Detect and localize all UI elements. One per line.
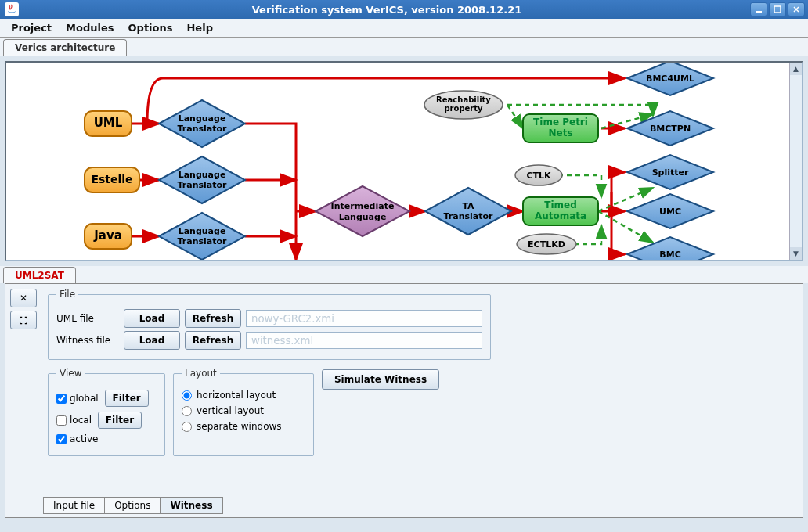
svg-text:Automata: Automata <box>535 210 586 221</box>
simulate-witness-button[interactable]: Simulate Witness <box>322 369 439 390</box>
titlebar: Verification system VerICS, version 2008… <box>0 0 808 19</box>
svg-rect-1 <box>774 6 781 13</box>
local-filter-button[interactable]: Filter <box>98 412 142 429</box>
sub-tabstrip: Input file Options Witness <box>43 497 223 514</box>
scroll-up-icon[interactable]: ▲ <box>790 63 802 75</box>
window-title: Verification system VerICS, version 2008… <box>23 4 750 16</box>
separate-radio[interactable] <box>182 422 192 432</box>
uml-load-button[interactable]: Load <box>124 309 180 328</box>
uml-file-label: UML file <box>56 313 119 324</box>
minimize-button[interactable] <box>750 2 767 16</box>
maximize-button[interactable] <box>769 2 786 16</box>
svg-text:Intermediate: Intermediate <box>331 201 395 211</box>
layout-fieldset: Layout horizontal layout vertical layout… <box>173 368 314 456</box>
file-legend: File <box>56 289 78 300</box>
architecture-diagram: UML Estelle Java LanguageTranslator Lang… <box>5 61 803 261</box>
svg-text:ECTLKD: ECTLKD <box>528 239 565 250</box>
uml-file-field[interactable] <box>246 310 482 327</box>
witness-load-button[interactable]: Load <box>124 331 180 350</box>
separate-radio-label[interactable]: separate windows <box>182 421 305 432</box>
svg-text:Language: Language <box>339 212 387 222</box>
menu-project[interactable]: Project <box>5 20 58 35</box>
svg-marker-14 <box>316 186 409 236</box>
global-checkbox-label[interactable]: global <box>56 393 99 404</box>
svg-text:CTLK: CTLK <box>526 171 551 181</box>
witness-file-label: Witness file <box>56 335 119 346</box>
svg-text:Language: Language <box>179 170 226 180</box>
menu-modules[interactable]: Modules <box>60 20 120 35</box>
uml-refresh-button[interactable]: Refresh <box>185 309 241 328</box>
bottom-tabstrip: UML2SAT <box>0 266 808 283</box>
menubar: Project Modules Options Help <box>0 19 808 38</box>
svg-text:Timed: Timed <box>544 200 577 210</box>
diagram-scrollbar[interactable]: ▲ ▼ <box>789 63 802 260</box>
svg-text:BMC: BMC <box>659 250 680 260</box>
expand-panel-button[interactable]: ⛶ <box>10 311 37 329</box>
svg-rect-0 <box>756 11 762 13</box>
svg-text:Translator: Translator <box>178 236 228 246</box>
svg-text:TA: TA <box>462 201 474 211</box>
subtab-input-file[interactable]: Input file <box>43 497 104 514</box>
svg-text:property: property <box>444 104 483 113</box>
node-estelle: Estelle <box>91 173 132 185</box>
svg-text:BMCTPN: BMCTPN <box>650 124 691 134</box>
file-fieldset: File UML file Load Refresh Witness file … <box>48 289 491 360</box>
tab-verics-architecture[interactable]: Verics architecture <box>3 39 127 56</box>
menu-options[interactable]: Options <box>122 20 179 35</box>
global-checkbox[interactable] <box>56 394 67 404</box>
svg-text:Time Petri: Time Petri <box>533 117 588 128</box>
java-icon <box>5 2 19 16</box>
svg-text:Nets: Nets <box>548 128 572 138</box>
global-filter-button[interactable]: Filter <box>105 390 149 407</box>
active-checkbox-label[interactable]: active <box>56 433 98 444</box>
svg-text:BMC4UML: BMC4UML <box>646 74 694 84</box>
svg-text:Translator: Translator <box>178 180 228 190</box>
node-java: Java <box>93 228 122 243</box>
svg-text:Splitter: Splitter <box>652 167 689 178</box>
view-legend: View <box>56 368 85 379</box>
local-checkbox-label[interactable]: local <box>56 415 92 426</box>
top-tabstrip: Verics architecture <box>0 38 808 56</box>
subtab-witness[interactable]: Witness <box>160 497 222 514</box>
view-fieldset: View global Filter local Filter active <box>48 368 165 456</box>
layout-legend: Layout <box>182 368 220 379</box>
close-window-button[interactable] <box>788 2 805 16</box>
scroll-down-icon[interactable]: ▼ <box>790 247 802 260</box>
svg-text:Translator: Translator <box>444 211 494 221</box>
horizontal-radio-label[interactable]: horizontal layout <box>182 390 305 401</box>
tab-uml2sat[interactable]: UML2SAT <box>3 267 76 283</box>
close-panel-button[interactable]: ✕ <box>10 289 37 307</box>
witness-refresh-button[interactable]: Refresh <box>185 331 241 350</box>
witness-file-field[interactable] <box>246 332 482 349</box>
svg-text:UMC: UMC <box>659 207 681 217</box>
local-checkbox[interactable] <box>56 415 67 426</box>
menu-help[interactable]: Help <box>180 20 218 35</box>
node-uml: UML <box>94 116 123 130</box>
subtab-options[interactable]: Options <box>104 497 160 514</box>
active-checkbox[interactable] <box>56 434 67 444</box>
uml2sat-panel: ✕ ⛶ File UML file Load Refresh Witness f… <box>5 283 803 518</box>
svg-text:Language: Language <box>179 226 226 236</box>
svg-text:Translator: Translator <box>178 124 228 134</box>
vertical-radio-label[interactable]: vertical layout <box>182 405 305 416</box>
svg-text:Language: Language <box>179 113 226 124</box>
svg-text:Reachability: Reachability <box>436 95 491 104</box>
vertical-radio[interactable] <box>182 406 192 416</box>
horizontal-radio[interactable] <box>182 390 192 401</box>
